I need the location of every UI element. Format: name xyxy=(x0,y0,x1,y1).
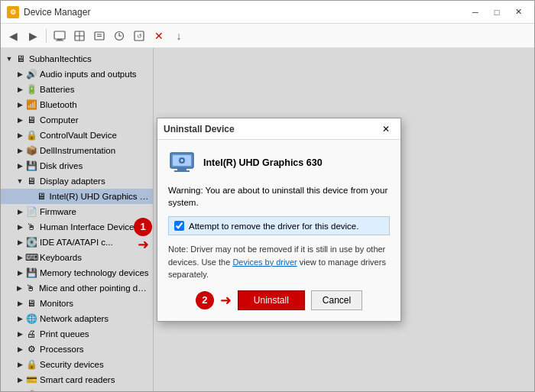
toolbar-properties[interactable] xyxy=(90,27,109,45)
step2-badge: 2 xyxy=(196,291,214,309)
svg-rect-14 xyxy=(177,168,186,170)
toolbar-monitor[interactable] xyxy=(50,27,69,45)
toolbar-update[interactable] xyxy=(110,27,128,45)
step1-arrow: ➜ xyxy=(138,236,149,253)
svg-point-17 xyxy=(180,159,183,162)
title-bar: ⚙ Device Manager ─ □ ✕ xyxy=(1,1,534,24)
svg-rect-0 xyxy=(54,31,65,39)
checkbox-label[interactable]: Attempt to remove the driver for this de… xyxy=(189,222,358,231)
toolbar-uninstall[interactable]: ✕ xyxy=(150,27,168,45)
maximize-button[interactable]: □ xyxy=(487,5,507,20)
checkbox-row: Attempt to remove the driver for this de… xyxy=(168,216,390,235)
svg-rect-15 xyxy=(174,170,190,172)
dialog-note: Note: Driver may not be removed if it is… xyxy=(168,243,390,281)
svg-text:↺: ↺ xyxy=(137,33,142,40)
window-controls: ─ □ ✕ xyxy=(465,5,528,20)
remove-driver-checkbox[interactable] xyxy=(174,221,184,231)
minimize-button[interactable]: ─ xyxy=(465,5,485,20)
close-button[interactable]: ✕ xyxy=(508,5,528,20)
dialog-close-button[interactable]: ✕ xyxy=(378,121,394,137)
svg-rect-1 xyxy=(57,39,62,40)
toolbar: ◀ ▶ ↺ ✕ ↓ xyxy=(1,24,534,48)
dialog-overlay: 1 ➜ Uninstall Device ✕ xyxy=(1,48,534,391)
toolbar-separator-1 xyxy=(46,29,47,43)
toolbar-forward[interactable]: ▶ xyxy=(24,27,42,45)
gpu-device-svg xyxy=(169,150,195,176)
cancel-button[interactable]: Cancel xyxy=(311,290,362,310)
devices-by-driver-link[interactable]: Devices by driver xyxy=(232,258,297,267)
dialog-warning: Warning: You are about to uninstall this… xyxy=(168,184,390,209)
toolbar-scan-hw[interactable]: ↓ xyxy=(170,27,188,45)
dialog-device-name: Intel(R) UHD Graphics 630 xyxy=(203,157,323,168)
dialog-title: Uninstall Device xyxy=(164,124,378,134)
app-icon: ⚙ xyxy=(7,6,19,18)
toolbar-back[interactable]: ◀ xyxy=(4,27,22,45)
dialog-body: Intel(R) UHD Graphics 630 Warning: You a… xyxy=(157,140,400,321)
window-title: Device Manager xyxy=(24,7,465,18)
toolbar-rollback[interactable]: ↺ xyxy=(130,27,148,45)
step2-arrow: ➜ xyxy=(220,292,232,309)
device-icon-large xyxy=(168,149,196,177)
uninstall-dialog: Uninstall Device ✕ xyxy=(157,118,401,322)
device-manager-window: ⚙ Device Manager ─ □ ✕ ◀ ▶ ↺ ✕ ↓ xyxy=(0,0,535,392)
dialog-titlebar: Uninstall Device ✕ xyxy=(157,118,400,140)
step1-badge: 1 xyxy=(134,218,152,236)
content-area: ▼ 🖥 SubhanItechtics ▶ 🔊 Audio inputs and… xyxy=(1,48,534,391)
dialog-buttons: Uninstall Cancel xyxy=(238,290,362,310)
uninstall-button[interactable]: Uninstall xyxy=(238,290,305,310)
svg-rect-2 xyxy=(56,40,63,40)
dialog-device-row: Intel(R) UHD Graphics 630 xyxy=(168,149,390,177)
toolbar-scan[interactable] xyxy=(70,27,89,45)
